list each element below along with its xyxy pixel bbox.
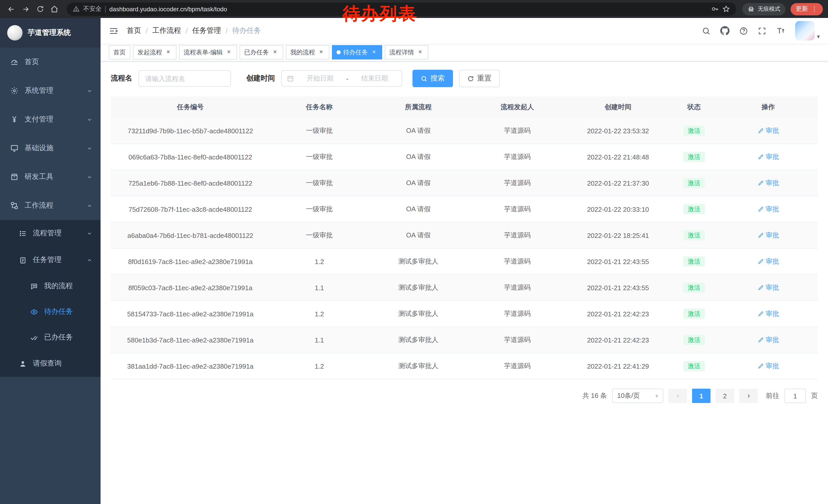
sidebar-item-devtools[interactable]: 研发工具	[0, 163, 100, 191]
cell-action: 审批	[719, 196, 818, 222]
sidebar-logo[interactable]: 芋道管理系统	[0, 18, 100, 48]
browser-menu-icon[interactable]: ⋮	[811, 6, 818, 12]
cell-created: 2022-01-21 22:43:55	[567, 248, 669, 275]
tab-start-process[interactable]: 发起流程 ×	[133, 45, 176, 59]
breadcrumb: 首页 / 工作流程 / 任务管理 / 待办任务	[127, 26, 261, 35]
sidebar-item-todo-tasks[interactable]: 待办任务	[0, 299, 100, 325]
status-badge: 激活	[683, 178, 705, 188]
cell-task-name: 1.2	[270, 248, 369, 275]
cell-initiator: 芋道源码	[468, 301, 567, 327]
tab-home[interactable]: 首页	[109, 45, 130, 59]
table-row: 725a1eb6-7b88-11ec-8ef0-acde48001122 一级审…	[111, 170, 818, 196]
sidebar-item-system[interactable]: 系统管理	[0, 77, 100, 105]
approve-link[interactable]: 审批	[757, 309, 779, 318]
search-button[interactable]: 搜索	[412, 70, 453, 87]
fullscreen-icon[interactable]	[758, 27, 767, 35]
approve-link[interactable]: 审批	[757, 362, 779, 371]
browser-forward-icon[interactable]	[19, 3, 32, 15]
sidebar-item-infrastructure[interactable]: 基础设施	[0, 134, 100, 163]
approve-link[interactable]: 审批	[757, 283, 779, 292]
incognito-icon	[747, 5, 755, 12]
approve-link[interactable]: 审批	[757, 204, 779, 214]
next-page-button[interactable]	[739, 388, 758, 403]
close-icon[interactable]: ×	[417, 49, 424, 56]
cell-created: 2022-01-21 22:43:55	[567, 275, 669, 301]
double-check-icon	[30, 333, 38, 341]
sidebar-item-workflow[interactable]: 工作流程	[0, 191, 100, 220]
approve-link[interactable]: 审批	[757, 257, 779, 266]
sidebar-item-my-processes[interactable]: 我的流程	[0, 273, 100, 299]
status-badge: 激活	[683, 309, 705, 319]
search-icon[interactable]	[702, 27, 711, 35]
table-row: 73211d9d-7b9b-11ec-b5b7-acde48001122 一级审…	[111, 118, 818, 144]
tab-process-detail[interactable]: 流程详情 ×	[385, 45, 428, 59]
table-row: 58154733-7ac8-11ec-a9e2-a2380e71991a 1.2…	[111, 301, 818, 327]
browser-home-icon[interactable]	[48, 3, 60, 15]
cell-status: 激活	[669, 248, 719, 275]
sidebar-item-done-tasks[interactable]: 已办任务	[0, 325, 100, 350]
breadcrumb-task-mgmt[interactable]: 任务管理	[192, 26, 221, 35]
cell-task-id: 8f0d1619-7ac8-11ec-a9e2-a2380e71991a	[111, 248, 270, 275]
chevron-up-icon	[87, 203, 92, 209]
cell-status: 激活	[669, 301, 719, 327]
goto-page-input[interactable]	[784, 388, 806, 403]
tab-my-processes[interactable]: 我的流程 ×	[286, 45, 329, 59]
table-header: 任务编号 任务名称 所属流程 流程发起人 创建时间 状态 操作	[111, 96, 818, 118]
reset-button[interactable]: 重置	[459, 70, 500, 87]
sidebar-item-leave-query[interactable]: 请假查询	[0, 350, 100, 377]
font-size-icon[interactable]	[777, 26, 786, 35]
cell-status: 激活	[669, 196, 719, 222]
table-row: 069c6a63-7b8a-11ec-8ef0-acde48001122 一级审…	[111, 144, 818, 170]
page-size-select[interactable]: 10条/页 ▾	[612, 388, 663, 403]
browser-back-icon[interactable]	[5, 3, 17, 15]
bookmark-star-icon[interactable]	[722, 5, 730, 13]
close-icon[interactable]: ×	[272, 49, 279, 56]
breadcrumb-home[interactable]: 首页	[127, 26, 141, 35]
browser-update-button[interactable]: 更新 ⋮	[791, 3, 823, 15]
edit-pencil-icon	[757, 206, 763, 212]
close-icon[interactable]: ×	[165, 49, 172, 56]
table-row: 580e1b3d-7ac8-11ec-a9e2-a2380e71991a 1.1…	[111, 327, 818, 353]
prev-page-button[interactable]	[668, 388, 687, 403]
key-icon[interactable]	[711, 5, 719, 13]
sidebar-item-task-mgmt[interactable]: 任务管理	[0, 246, 100, 273]
sidebar-item-home[interactable]: 首页	[0, 48, 100, 77]
close-icon[interactable]: ×	[370, 49, 378, 56]
help-icon[interactable]	[740, 27, 748, 35]
tab-todo-tasks[interactable]: 待办任务 ×	[332, 45, 382, 59]
user-menu[interactable]: ▾	[795, 21, 820, 41]
browser-reload-icon[interactable]	[34, 3, 46, 15]
approve-link[interactable]: 审批	[757, 231, 779, 240]
avatar[interactable]	[795, 21, 815, 41]
cell-action: 审批	[719, 248, 818, 275]
github-icon[interactable]	[720, 26, 730, 35]
date-range-picker[interactable]: 开始日期 - 结束日期	[281, 70, 402, 87]
cell-process: 测试多审批人	[369, 353, 468, 379]
close-icon[interactable]: ×	[318, 49, 325, 56]
close-icon[interactable]: ×	[225, 49, 233, 56]
tab-done-tasks[interactable]: 已办任务 ×	[240, 45, 283, 59]
chat-bubble-icon	[30, 282, 38, 290]
process-name-input[interactable]	[138, 70, 231, 87]
sidebar-item-process-mgmt[interactable]: 流程管理	[0, 220, 100, 246]
approve-link[interactable]: 审批	[757, 126, 779, 135]
tab-process-form-edit[interactable]: 流程表单-编辑 ×	[179, 45, 237, 59]
cell-initiator: 芋道源码	[468, 248, 567, 275]
page-unit-label: 页	[811, 391, 818, 401]
approve-link[interactable]: 审批	[757, 178, 779, 188]
approve-link[interactable]: 审批	[757, 152, 779, 162]
cell-action: 审批	[719, 170, 818, 196]
cell-created: 2022-01-22 23:53:32	[567, 118, 669, 144]
breadcrumb-workflow[interactable]: 工作流程	[152, 26, 181, 35]
page-button-2[interactable]: 2	[716, 388, 734, 403]
sidebar-collapse-icon[interactable]	[100, 18, 127, 44]
approve-link[interactable]: 审批	[757, 335, 779, 345]
person-icon	[18, 359, 27, 368]
table-row: 75d72608-7b7f-11ec-a3c8-acde48001122 一级审…	[111, 196, 818, 222]
security-warning-icon[interactable]	[73, 6, 80, 12]
sidebar-item-payment[interactable]: 支付管理	[0, 105, 100, 134]
cell-process: 测试多审批人	[369, 301, 468, 327]
page-button-1[interactable]: 1	[692, 388, 710, 403]
chevron-down-icon	[87, 145, 92, 151]
incognito-badge[interactable]: 无痕模式	[742, 3, 785, 15]
